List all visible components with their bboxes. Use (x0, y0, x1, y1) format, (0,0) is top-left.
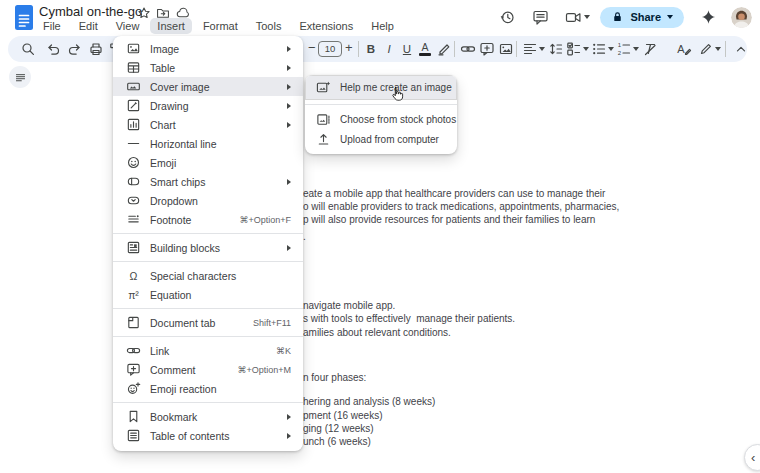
submenu-arrow-icon (287, 245, 291, 251)
doc-text-line[interactable]: hering and analysis (8 weeks) (303, 396, 435, 407)
menu-extensions[interactable]: Extensions (292, 18, 360, 34)
hide-menus-icon[interactable] (733, 41, 749, 57)
gemini-sparkle-icon[interactable] (700, 9, 717, 26)
highlight-color-icon[interactable] (436, 41, 452, 57)
font-size-input[interactable]: 10 (318, 41, 342, 57)
stock-photos-icon (316, 112, 331, 127)
tabs-list-icon (14, 71, 27, 84)
doc-text-line[interactable]: unch (6 weeks) (303, 436, 371, 447)
bulleted-list-dropdown-icon[interactable] (608, 47, 614, 51)
decrease-font-size-button[interactable]: − (308, 40, 316, 55)
undo-icon[interactable] (45, 41, 61, 57)
italic-button[interactable]: I (382, 41, 396, 57)
doc-text-line[interactable]: amilies about relevant conditions. (303, 327, 451, 338)
text-color-button[interactable]: A (418, 42, 432, 56)
menu-divider (113, 261, 303, 262)
submenu-item-help-me-create-an-image[interactable]: Help me create an image (305, 75, 457, 100)
share-button[interactable]: Share (600, 7, 684, 28)
align-left-icon[interactable] (522, 41, 538, 57)
menu-insert[interactable]: Insert (150, 18, 192, 34)
menu-item-footnote[interactable]: Footnote⌘+Option+F (113, 210, 303, 229)
bold-button[interactable]: B (364, 41, 378, 57)
open-comments-icon[interactable] (532, 9, 549, 26)
menu-item-special-characters[interactable]: Ω Special characters (113, 266, 303, 285)
editing-mode-dropdown-icon[interactable] (715, 47, 721, 51)
video-call-dropdown-icon[interactable] (584, 15, 590, 19)
doc-text-line[interactable]: s with tools to effectively manage their… (303, 313, 515, 324)
add-comment-icon[interactable] (479, 41, 495, 57)
shortcut-label: ⌘K (276, 346, 291, 356)
menu-item-smart-chips[interactable]: Smart chips (113, 172, 303, 191)
insert-image-icon[interactable] (498, 41, 514, 57)
building-blocks-icon (126, 240, 141, 255)
menu-item-emoji[interactable]: Emoji (113, 153, 303, 172)
submenu-item-upload-from-computer[interactable]: Upload from computer (305, 129, 457, 149)
checklist-icon[interactable] (566, 41, 582, 57)
menu-item-equation[interactable]: π² Equation (113, 285, 303, 304)
menu-item-building-blocks[interactable]: Building blocks (113, 238, 303, 257)
image-icon (126, 41, 141, 56)
collapse-panel-button[interactable]: ‹ (744, 444, 760, 471)
account-avatar[interactable] (731, 7, 752, 28)
print-icon[interactable] (88, 41, 104, 57)
doc-text-line[interactable]: ging (12 weeks) (303, 423, 374, 434)
menu-item-comment[interactable]: Comment⌘+Option+M (113, 360, 303, 379)
menu-view[interactable]: View (109, 18, 147, 34)
submenu-arrow-icon (287, 65, 291, 71)
menu-format[interactable]: Format (196, 18, 245, 34)
menu-file[interactable]: File (36, 18, 68, 34)
google-docs-logo-icon[interactable] (14, 4, 34, 31)
submenu-item-choose-from-stock-photos[interactable]: Choose from stock photos (305, 109, 457, 129)
lock-icon (611, 10, 624, 24)
menu-item-horizontal-line[interactable]: Horizontal line (113, 134, 303, 153)
menu-item-link[interactable]: Link⌘K (113, 341, 303, 360)
menu-edit[interactable]: Edit (72, 18, 105, 34)
doc-text-line[interactable]: eate a mobile app that healthcare provid… (303, 188, 605, 199)
table-icon (126, 60, 141, 75)
menu-item-table[interactable]: Table (113, 58, 303, 77)
line-spacing-icon[interactable] (548, 41, 564, 57)
drawing-icon (126, 98, 141, 113)
submenu-arrow-icon (287, 84, 291, 90)
menu-item-image[interactable]: Image (113, 39, 303, 58)
submenu-arrow-icon (287, 122, 291, 128)
increase-font-size-button[interactable]: + (345, 40, 353, 55)
numbered-list-dropdown-icon[interactable] (633, 47, 639, 51)
redo-icon[interactable] (67, 41, 83, 57)
menu-item-drawing[interactable]: Drawing (113, 96, 303, 115)
version-history-icon[interactable] (499, 9, 516, 26)
doc-text-line[interactable]: navigate mobile app. (303, 300, 395, 311)
video-call-icon[interactable] (565, 9, 582, 26)
text-color-letter: A (418, 42, 432, 52)
bulleted-list-icon[interactable] (591, 41, 607, 57)
menu-item-chart[interactable]: Chart (113, 115, 303, 134)
editing-mode-pen-icon[interactable] (698, 41, 714, 57)
menu-item-cover-image[interactable]: Cover image (113, 77, 303, 96)
document-title[interactable]: Cymbal on-the-go (39, 4, 142, 19)
doc-text-line[interactable]: n four phases: (303, 372, 366, 383)
menu-item-table-of-contents[interactable]: Table of contents (113, 426, 303, 445)
document-tabs-button[interactable] (9, 66, 31, 88)
doc-text-line[interactable]: p will also provide resources for patien… (303, 214, 595, 225)
doc-text-line[interactable]: o will enable providers to track medicat… (303, 201, 619, 212)
checklist-dropdown-icon[interactable] (583, 47, 589, 51)
menu-help[interactable]: Help (364, 18, 401, 34)
doc-text-line[interactable]: pment (16 weeks) (303, 410, 382, 421)
equation-pi-icon: π² (126, 287, 141, 302)
submenu-arrow-icon (287, 46, 291, 52)
markup-tools-icon[interactable]: A (676, 41, 692, 57)
menu-divider (113, 233, 303, 234)
search-menus-icon[interactable] (20, 41, 36, 57)
menu-item-document-tab[interactable]: Document tabShift+F11 (113, 313, 303, 332)
menu-item-emoji-reaction[interactable]: Emoji reaction (113, 379, 303, 398)
menu-item-bookmark[interactable]: Bookmark (113, 407, 303, 426)
menu-tools[interactable]: Tools (249, 18, 289, 34)
menu-item-dropdown[interactable]: Dropdown (113, 191, 303, 210)
clear-formatting-icon[interactable] (642, 41, 658, 57)
emoji-reaction-icon (126, 381, 141, 396)
numbered-list-icon[interactable]: 12 (616, 41, 632, 57)
underline-button[interactable]: U (400, 41, 414, 57)
doc-text-line[interactable]: . (303, 231, 306, 242)
align-dropdown-icon[interactable] (539, 47, 545, 51)
insert-link-icon[interactable] (460, 41, 476, 57)
